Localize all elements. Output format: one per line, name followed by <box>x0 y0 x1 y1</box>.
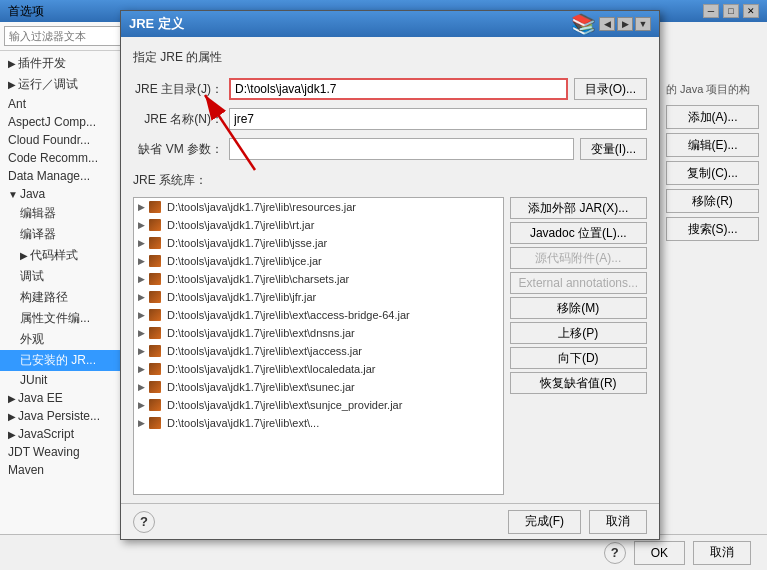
minimize-btn[interactable]: ─ <box>703 4 719 18</box>
book-icon: 📚 <box>571 12 596 36</box>
javadoc-location-btn[interactable]: Javadoc 位置(L)... <box>510 222 647 244</box>
lib-down-btn[interactable]: 向下(D) <box>510 347 647 369</box>
filter-input[interactable] <box>4 26 135 46</box>
sidebar-item-compiler[interactable]: 编译器 <box>0 224 139 245</box>
lib-arrow-5: ▶ <box>138 292 145 302</box>
dialog-menu[interactable]: ▼ <box>635 17 651 31</box>
jre-dir-btn[interactable]: 目录(O)... <box>574 78 647 100</box>
lib-arrow-9: ▶ <box>138 364 145 374</box>
external-annotations-btn[interactable]: External annotations... <box>510 272 647 294</box>
lib-arrow-4: ▶ <box>138 274 145 284</box>
lib-item-3[interactable]: ▶ D:\tools\java\jdk1.7\jre\lib\jce.jar <box>134 252 503 270</box>
lib-arrow-6: ▶ <box>138 310 145 320</box>
jar-icon-4 <box>147 272 163 286</box>
lib-item-9[interactable]: ▶ D:\tools\java\jdk1.7\jre\lib\ext\local… <box>134 360 503 378</box>
sidebar-item-codestyle[interactable]: ▶代码样式 <box>0 245 139 266</box>
lib-item-4[interactable]: ▶ D:\tools\java\jdk1.7\jre\lib\charsets.… <box>134 270 503 288</box>
sidebar-item-ant[interactable]: Ant <box>0 95 139 113</box>
sidebar-item-plugin[interactable]: ▶插件开发 <box>0 53 139 74</box>
search-btn[interactable]: 搜索(S)... <box>666 217 759 241</box>
sidebar-item-javaee[interactable]: ▶Java EE <box>0 389 139 407</box>
sidebar-item-cloud[interactable]: Cloud Foundr... <box>0 131 139 149</box>
filter-area <box>0 22 139 51</box>
lib-arrow-2: ▶ <box>138 238 145 248</box>
lib-item-8[interactable]: ▶ D:\tools\java\jdk1.7\jre\lib\ext\jacce… <box>134 342 503 360</box>
jar-icon-9 <box>147 362 163 376</box>
ok-button[interactable]: OK <box>634 541 685 565</box>
lib-list-container: ▶ D:\tools\java\jdk1.7\jre\lib\resources… <box>133 197 647 495</box>
lib-arrow-7: ▶ <box>138 328 145 338</box>
sidebar-item-run[interactable]: ▶运行／调试 <box>0 74 139 95</box>
dialog-nav-fwd[interactable]: ▶ <box>617 17 633 31</box>
sidebar-item-debug[interactable]: 调试 <box>0 266 139 287</box>
finish-btn[interactable]: 完成(F) <box>508 510 581 534</box>
lib-list[interactable]: ▶ D:\tools\java\jdk1.7\jre\lib\resources… <box>133 197 504 495</box>
jre-name-input[interactable] <box>229 108 647 130</box>
cancel-btn[interactable]: 取消 <box>589 510 647 534</box>
sidebar-item-editor[interactable]: 编辑器 <box>0 203 139 224</box>
dialog-footer: ? 完成(F) 取消 <box>121 503 659 539</box>
sidebar-item-jre[interactable]: 已安装的 JR... <box>0 350 139 371</box>
lib-path-8: D:\tools\java\jdk1.7\jre\lib\ext\jaccess… <box>167 345 362 357</box>
sidebar-item-code[interactable]: Code Recomm... <box>0 149 139 167</box>
maximize-btn[interactable]: □ <box>723 4 739 18</box>
preferences-sidebar: ▶插件开发 ▶运行／调试 Ant AspectJ Comp... Cloud F… <box>0 22 140 570</box>
edit-btn[interactable]: 编辑(E)... <box>666 133 759 157</box>
titlebar-controls: ─ □ ✕ <box>703 4 759 18</box>
lib-item-5[interactable]: ▶ D:\tools\java\jdk1.7\jre\lib\jfr.jar <box>134 288 503 306</box>
help-button[interactable]: ? <box>133 511 155 533</box>
sidebar-item-props[interactable]: 属性文件编... <box>0 308 139 329</box>
vm-args-input[interactable] <box>229 138 574 160</box>
jar-icon-5 <box>147 290 163 304</box>
close-btn[interactable]: ✕ <box>743 4 759 18</box>
sidebar-item-data[interactable]: Data Manage... <box>0 167 139 185</box>
lib-path-10: D:\tools\java\jdk1.7\jre\lib\ext\sunec.j… <box>167 381 355 393</box>
source-attach-btn[interactable]: 源代码附件(A)... <box>510 247 647 269</box>
sidebar-item-javapersist[interactable]: ▶Java Persiste... <box>0 407 139 425</box>
jar-icon-0 <box>147 200 163 214</box>
jre-dialog: JRE 定义 📚 ◀ ▶ ▼ 指定 JRE 的属性 JRE 主目录(J)： 目录… <box>120 10 660 540</box>
help-button-main[interactable]: ? <box>604 542 626 564</box>
sidebar-item-java[interactable]: ▼Java <box>0 185 139 203</box>
lib-item-6[interactable]: ▶ D:\tools\java\jdk1.7\jre\lib\ext\acces… <box>134 306 503 324</box>
sidebar-item-jdtweaving[interactable]: JDT Weaving <box>0 443 139 461</box>
lib-arrow-0: ▶ <box>138 202 145 212</box>
lib-path-2: D:\tools\java\jdk1.7\jre\lib\jsse.jar <box>167 237 327 249</box>
lib-remove-btn[interactable]: 移除(M) <box>510 297 647 319</box>
lib-side-buttons: 添加外部 JAR(X)... Javadoc 位置(L)... 源代码附件(A)… <box>510 197 647 495</box>
restore-defaults-btn[interactable]: 恢复缺省值(R) <box>510 372 647 394</box>
jre-dir-input[interactable] <box>229 78 568 100</box>
dialog-nav-back[interactable]: ◀ <box>599 17 615 31</box>
sidebar-item-buildpath[interactable]: 构建路径 <box>0 287 139 308</box>
lib-up-btn[interactable]: 上移(P) <box>510 322 647 344</box>
sidebar-item-junit[interactable]: JUnit <box>0 371 139 389</box>
cancel-button-main[interactable]: 取消 <box>693 541 751 565</box>
sidebar-item-aspectj[interactable]: AspectJ Comp... <box>0 113 139 131</box>
vm-args-btn[interactable]: 变量(I)... <box>580 138 647 160</box>
lib-item-0[interactable]: ▶ D:\tools\java\jdk1.7\jre\lib\resources… <box>134 198 503 216</box>
lib-item-12[interactable]: ▶ D:\tools\java\jdk1.7\jre\lib\ext\... <box>134 414 503 432</box>
vm-args-row: 缺省 VM 参数： 变量(I)... <box>133 138 647 160</box>
add-external-jar-btn[interactable]: 添加外部 JAR(X)... <box>510 197 647 219</box>
lib-item-10[interactable]: ▶ D:\tools\java\jdk1.7\jre\lib\ext\sunec… <box>134 378 503 396</box>
right-panel: 的 Java 项目的构 添加(A)... 编辑(E)... 复制(C)... 移… <box>657 22 767 570</box>
jar-icon-7 <box>147 326 163 340</box>
add-btn[interactable]: 添加(A)... <box>666 105 759 129</box>
copy-btn[interactable]: 复制(C)... <box>666 161 759 185</box>
lib-item-1[interactable]: ▶ D:\tools\java\jdk1.7\jre\lib\rt.jar <box>134 216 503 234</box>
jar-icon-1 <box>147 218 163 232</box>
sidebar-item-javascript[interactable]: ▶JavaScript <box>0 425 139 443</box>
jre-dir-row: JRE 主目录(J)： 目录(O)... <box>133 78 647 100</box>
right-panel-desc: 的 Java 项目的构 <box>666 82 759 97</box>
jre-name-row: JRE 名称(N)： <box>133 108 647 130</box>
jre-dir-label: JRE 主目录(J)： <box>133 81 223 98</box>
sidebar-item-appearance[interactable]: 外观 <box>0 329 139 350</box>
lib-item-2[interactable]: ▶ D:\tools\java\jdk1.7\jre\lib\jsse.jar <box>134 234 503 252</box>
lib-arrow-3: ▶ <box>138 256 145 266</box>
dialog-subtitle: 指定 JRE 的属性 <box>133 49 647 66</box>
sidebar-item-maven[interactable]: Maven <box>0 461 139 479</box>
remove-btn[interactable]: 移除(R) <box>666 189 759 213</box>
lib-item-11[interactable]: ▶ D:\tools\java\jdk1.7\jre\lib\ext\sunjc… <box>134 396 503 414</box>
jar-icon-8 <box>147 344 163 358</box>
lib-item-7[interactable]: ▶ D:\tools\java\jdk1.7\jre\lib\ext\dnsns… <box>134 324 503 342</box>
